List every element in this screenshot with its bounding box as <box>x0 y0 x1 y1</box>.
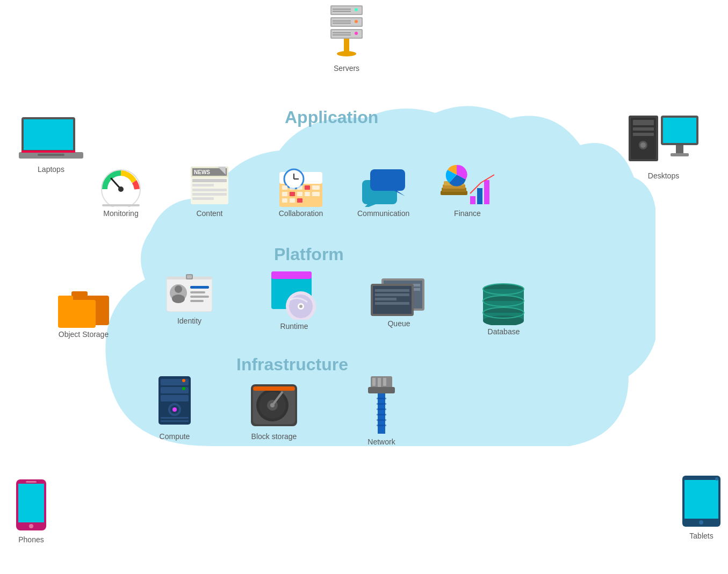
finance-icon <box>441 164 494 207</box>
svg-rect-82 <box>470 196 475 204</box>
desktops-item: Desktops <box>629 116 698 180</box>
object-storage-icon <box>58 285 109 328</box>
svg-rect-97 <box>190 296 209 298</box>
servers-icon <box>325 5 368 62</box>
servers-item: Servers <box>325 5 368 73</box>
phones-icon <box>15 479 47 533</box>
svg-point-28 <box>640 142 646 148</box>
svg-point-10 <box>337 51 356 56</box>
compute-icon <box>153 376 196 430</box>
monitoring-label: Monitoring <box>103 209 138 218</box>
svg-point-93 <box>175 285 182 293</box>
queue-label: Queue <box>387 319 410 328</box>
svg-rect-2 <box>355 8 358 11</box>
svg-rect-138 <box>161 420 189 422</box>
svg-point-94 <box>172 295 185 303</box>
svg-rect-32 <box>671 153 689 156</box>
svg-rect-65 <box>312 185 320 190</box>
laptops-label: Laptops <box>38 165 64 174</box>
svg-rect-24 <box>633 120 654 125</box>
finance-label: Finance <box>454 209 481 218</box>
servers-label: Servers <box>334 64 359 73</box>
svg-rect-157 <box>377 419 386 421</box>
infrastructure-section-label: Infrastructure <box>236 355 348 375</box>
desktops-label: Desktops <box>648 171 679 180</box>
svg-point-39 <box>699 520 703 525</box>
svg-rect-102 <box>271 271 312 279</box>
svg-rect-61 <box>282 185 287 190</box>
svg-rect-152 <box>378 393 385 434</box>
svg-rect-53 <box>192 197 214 200</box>
collaboration-item: Collaboration <box>277 164 325 218</box>
finance-item: Finance <box>441 164 494 218</box>
svg-rect-38 <box>684 480 718 519</box>
laptops-icon <box>19 117 83 163</box>
svg-rect-49 <box>192 179 227 182</box>
svg-rect-153 <box>377 398 386 399</box>
object-storage-item: Object Storage <box>58 285 109 339</box>
svg-rect-87 <box>71 291 88 298</box>
svg-rect-52 <box>192 193 227 196</box>
svg-rect-76 <box>370 169 405 191</box>
communication-item: Communication <box>357 167 409 218</box>
desktops-icon <box>629 116 698 169</box>
svg-rect-71 <box>282 198 287 203</box>
svg-rect-146 <box>253 386 295 391</box>
identity-icon <box>167 274 212 314</box>
network-item: Network <box>363 376 400 446</box>
network-icon <box>363 376 400 435</box>
svg-rect-73 <box>297 198 302 203</box>
svg-rect-154 <box>377 403 386 405</box>
svg-rect-62 <box>290 185 295 190</box>
svg-rect-137 <box>161 417 189 419</box>
svg-rect-20 <box>38 154 64 156</box>
identity-label: Identity <box>177 317 201 325</box>
runtime-label: Runtime <box>280 322 308 331</box>
svg-rect-30 <box>663 118 696 143</box>
svg-rect-21 <box>21 150 75 153</box>
svg-rect-68 <box>297 192 302 196</box>
compute-label: Compute <box>160 432 190 441</box>
tablets-label: Tablets <box>689 532 713 540</box>
svg-point-135 <box>182 379 185 382</box>
database-item: Database <box>481 279 527 336</box>
svg-rect-151 <box>368 387 395 393</box>
runtime-icon <box>269 269 320 320</box>
object-storage-label: Object Storage <box>59 330 109 339</box>
communication-label: Communication <box>357 209 409 218</box>
svg-point-40 <box>715 477 718 480</box>
monitoring-icon <box>99 167 142 207</box>
svg-rect-83 <box>477 188 482 204</box>
svg-rect-66 <box>282 192 287 196</box>
svg-text:NEWS: NEWS <box>194 169 210 175</box>
tablets-item: Tablets <box>681 476 722 540</box>
content-label: Content <box>196 209 222 218</box>
network-label: Network <box>367 437 395 446</box>
svg-rect-69 <box>305 192 310 196</box>
svg-rect-150 <box>383 378 386 386</box>
svg-point-134 <box>172 407 177 412</box>
svg-rect-117 <box>375 302 409 305</box>
svg-rect-44 <box>102 204 140 206</box>
phones-label: Phones <box>18 535 44 544</box>
phones-item: Phones <box>15 479 47 544</box>
svg-rect-84 <box>484 180 489 204</box>
block-storage-label: Block storage <box>251 432 297 441</box>
svg-rect-116 <box>375 298 397 300</box>
svg-rect-72 <box>290 198 295 203</box>
svg-rect-18 <box>24 119 73 150</box>
communication-icon <box>359 167 408 207</box>
svg-point-35 <box>29 524 33 528</box>
svg-rect-34 <box>18 484 44 522</box>
svg-rect-131 <box>161 395 189 401</box>
content-icon: NEWS <box>188 164 231 207</box>
svg-rect-50 <box>192 184 214 186</box>
tablets-icon <box>681 476 722 529</box>
svg-rect-64 <box>305 185 310 190</box>
svg-rect-31 <box>676 145 683 153</box>
svg-point-136 <box>182 387 185 390</box>
database-label: Database <box>488 327 520 336</box>
runtime-item: Runtime <box>269 269 320 331</box>
svg-rect-67 <box>290 192 295 196</box>
svg-rect-8 <box>355 32 358 35</box>
